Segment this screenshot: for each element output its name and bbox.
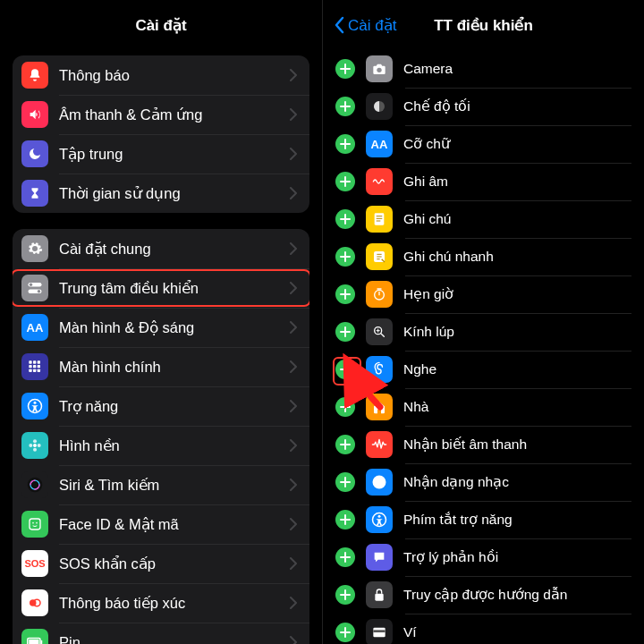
add-button[interactable] (335, 322, 355, 342)
svg-point-31 (377, 68, 381, 72)
cc-row-4: Ghi chú (335, 200, 631, 238)
mag-icon (366, 318, 393, 345)
cc-row-8: Nghe (335, 351, 631, 388)
settings-row-g2-1[interactable]: Trung tâm điều khiển (13, 268, 309, 308)
settings-row-label: Thời gian sử dụng (59, 185, 290, 202)
add-button[interactable] (335, 472, 355, 492)
svg-rect-23 (30, 519, 40, 530)
cc-row-label: Chế độ tối (403, 98, 631, 114)
svg-point-3 (38, 290, 40, 292)
settings-row-g2-6[interactable]: Siri & Tìm kiếm (13, 465, 309, 504)
svg-rect-9 (38, 365, 40, 368)
wallet-icon (366, 619, 393, 644)
cc-row-label: Trợ lý phản hồi (403, 549, 631, 565)
settings-row-g2-2[interactable]: AAMàn hình & Độ sáng (13, 308, 309, 347)
settings-row-g2-10[interactable]: Pin (13, 623, 309, 644)
settings-row-g1-0[interactable]: Thông báo (13, 55, 309, 95)
settings-row-label: Âm thanh & Cảm ứng (59, 106, 290, 123)
svg-point-25 (36, 522, 38, 524)
battery-icon (21, 629, 48, 644)
settings-row-label: Thông báo tiếp xúc (59, 595, 290, 612)
qnote-icon (366, 243, 393, 270)
add-button[interactable] (335, 547, 355, 567)
add-button[interactable] (335, 397, 355, 417)
svg-rect-7 (29, 365, 31, 368)
svg-rect-8 (33, 365, 36, 368)
settings-row-g2-3[interactable]: Màn hình chính (13, 347, 309, 386)
add-button[interactable] (335, 59, 355, 79)
settings-row-label: Face ID & Mật mã (59, 516, 290, 533)
add-button[interactable] (335, 623, 355, 642)
note-icon (366, 206, 393, 233)
settings-row-label: Cài đặt chung (59, 241, 290, 258)
access-icon (366, 506, 393, 533)
cc-row-3: Ghi âm (335, 163, 631, 200)
svg-rect-33 (375, 213, 385, 225)
cc-row-5: Ghi chú nhanh (335, 238, 631, 275)
add-button[interactable] (335, 284, 355, 304)
cc-row-10: Nhận biết âm thanh (335, 426, 631, 463)
settings-row-g1-3[interactable]: Thời gian sử dụng (13, 174, 309, 213)
svg-point-16 (33, 439, 37, 443)
wave-icon (366, 168, 393, 195)
settings-row-g2-5[interactable]: Hình nền (13, 426, 309, 465)
settings-group-2: Cài đặt chungTrung tâm điều khiểnAAMàn h… (13, 229, 309, 644)
add-button[interactable] (335, 360, 355, 379)
cc-row-6: Hẹn giờ (335, 275, 631, 313)
cc-header: Cài đặt TT điều khiển (323, 0, 644, 50)
aa-icon: AA (21, 314, 48, 341)
svg-rect-10 (29, 369, 31, 372)
cc-row-15: Ví (335, 614, 631, 644)
settings-row-g2-8[interactable]: SOSSOS khẩn cấp (13, 544, 309, 583)
settings-row-label: Tập trung (59, 146, 290, 163)
cc-row-label: Nhà (403, 399, 631, 415)
svg-point-18 (29, 444, 32, 447)
add-button[interactable] (335, 585, 355, 605)
cc-row-label: Phím tắt trợ năng (403, 512, 631, 528)
svg-point-42 (378, 515, 381, 518)
speaker-icon (21, 101, 48, 128)
timer-icon (366, 281, 393, 308)
svg-rect-4 (29, 360, 31, 363)
cc-row-label: Truy cập được hướng dẫn (403, 587, 631, 603)
svg-rect-30 (41, 640, 43, 644)
access-icon (21, 393, 48, 419)
cc-row-14: Truy cập được hướng dẫn (335, 576, 631, 614)
settings-row-g2-7[interactable]: Face ID & Mật mã (13, 504, 309, 544)
svg-point-19 (38, 444, 41, 447)
settings-row-g2-0[interactable]: Cài đặt chung (13, 229, 309, 268)
svg-rect-43 (375, 594, 383, 601)
settings-row-label: Hình nền (59, 437, 290, 454)
add-button[interactable] (335, 247, 355, 267)
settings-row-label: Trợ năng (59, 398, 290, 415)
home-icon (366, 394, 393, 420)
control-center-pane: Cài đặt TT điều khiển CameraChế độ tốiAA… (322, 0, 644, 644)
switches-icon (21, 275, 48, 301)
settings-row-g1-2[interactable]: Tập trung (13, 134, 309, 174)
svg-point-24 (32, 522, 34, 524)
cc-row-label: Nghe (403, 361, 631, 377)
add-button[interactable] (335, 209, 355, 229)
settings-row-label: Siri & Tìm kiếm (59, 477, 290, 494)
cc-row-label: Ví (403, 624, 631, 640)
flower-icon (21, 432, 48, 459)
feedback-icon (366, 544, 393, 571)
settings-row-g2-4[interactable]: Trợ năng (13, 386, 309, 426)
add-button[interactable] (335, 134, 355, 154)
add-button[interactable] (335, 97, 355, 116)
exposure-icon (21, 589, 48, 616)
settings-row-g1-1[interactable]: Âm thanh & Cảm ứng (13, 95, 309, 134)
bell-icon (21, 62, 48, 89)
grid-icon (21, 353, 48, 380)
add-button[interactable] (335, 435, 355, 454)
settings-row-label: Thông báo (59, 67, 290, 84)
add-button[interactable] (335, 172, 355, 191)
settings-pane: Cài đặt Thông báoÂm thanh & Cảm ứngTập t… (0, 0, 322, 644)
svg-point-15 (33, 444, 37, 447)
add-button[interactable] (335, 510, 355, 530)
cc-row-label: Nhận dạng nhạc (403, 474, 631, 490)
ear-icon (366, 356, 393, 383)
svg-rect-5 (33, 360, 36, 363)
settings-row-g2-9[interactable]: Thông báo tiếp xúc (13, 583, 309, 623)
back-button[interactable]: Cài đặt (334, 0, 396, 50)
